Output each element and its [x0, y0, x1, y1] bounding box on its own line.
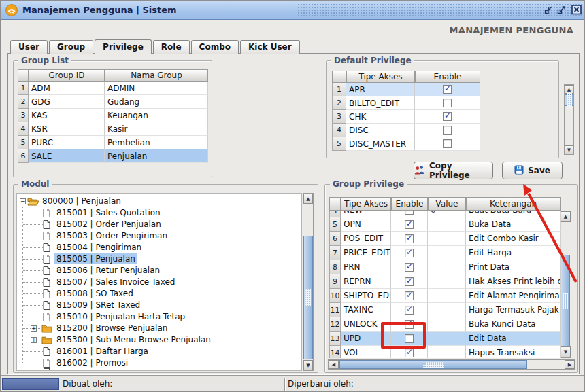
cell-keterangan[interactable]: Hak Akses Print lebih da: [466, 274, 561, 289]
cell-value[interactable]: 0: [428, 211, 466, 217]
cell-group-id[interactable]: GDG: [29, 95, 105, 109]
cell-enable[interactable]: ✓: [391, 260, 428, 274]
group-list-row[interactable]: 4KSRKasir: [18, 122, 208, 136]
tab-combo[interactable]: Combo: [191, 40, 239, 54]
tree-node-label[interactable]: 815007 | Sales Invoice Taxed: [54, 277, 177, 287]
cell-value[interactable]: [428, 317, 466, 332]
group-privilege-row[interactable]: 8PRN✓Print Data: [329, 260, 561, 274]
cell-group-id[interactable]: ADM: [29, 82, 105, 95]
scrollbar-thumb[interactable]: [303, 236, 313, 359]
cell-enable[interactable]: ✓: [391, 217, 428, 232]
scroll-left-icon[interactable]: ◀: [329, 360, 339, 369]
tree-node[interactable]: 815005 | Penjualan: [17, 253, 301, 265]
default-privilege-row[interactable]: 1APR✓: [332, 83, 480, 96]
tree-node[interactable]: +815300 | Sub Menu Browse Penjualan: [17, 334, 301, 346]
checkbox[interactable]: ✓: [405, 291, 414, 300]
default-privilege-scrollbar[interactable]: ▲ ▼: [564, 84, 574, 155]
cell-nama-group[interactable]: ADMIN: [105, 82, 208, 95]
checkbox[interactable]: [443, 126, 452, 135]
tree-node[interactable]: 815009 | SRet Taxed: [17, 300, 301, 311]
tree-node-label[interactable]: 815300 | Sub Menu Browse Penjualan: [54, 334, 213, 345]
cell-nama-group[interactable]: Pembelian: [105, 136, 208, 149]
cell-tipe-akses[interactable]: POS_EDIT: [341, 232, 391, 246]
cell-keterangan[interactable]: Print Data: [466, 260, 561, 274]
column-header-tipe-akses[interactable]: Tipe Akses: [341, 197, 391, 211]
cell-group-id[interactable]: KSR: [29, 122, 105, 136]
cell-tipe-akses[interactable]: CHK: [346, 110, 415, 124]
checkbox[interactable]: ✓: [405, 306, 414, 315]
cell-tipe-akses[interactable]: SHIPTO_EDI: [341, 289, 391, 303]
checkbox[interactable]: ✓: [405, 249, 414, 257]
default-privilege-row[interactable]: 3CHK✓: [332, 110, 480, 124]
cell-enable[interactable]: [415, 137, 480, 151]
group-privilege-row[interactable]: 5OPN✓Buka Data: [329, 217, 561, 232]
tree-node[interactable]: 815008 | SO Taxed: [17, 288, 301, 300]
group-privilege-row[interactable]: 10SHIPTO_EDI✓Edit Alamat Pengiriman: [329, 289, 561, 303]
cell-enable[interactable]: ✓: [391, 232, 428, 246]
cell-enable[interactable]: ✓: [391, 246, 428, 260]
cell-enable[interactable]: ✓: [391, 211, 428, 217]
group-list-row[interactable]: 6SALEPenjualan: [18, 149, 208, 163]
tree-node[interactable]: 815003 | Order Pengiriman: [17, 230, 301, 242]
group-list-row[interactable]: 2GDGGudang: [18, 95, 208, 109]
cell-tipe-akses[interactable]: DISC_MASTER: [346, 137, 415, 151]
cell-value[interactable]: [428, 346, 466, 358]
group-privilege-row[interactable]: 12UNLOCK✓Buka Kunci Data: [329, 317, 561, 332]
group-privilege-row[interactable]: 9REPRN✓Hak Akses Print lebih da: [329, 274, 561, 289]
cell-enable[interactable]: ✓: [391, 303, 428, 317]
group-privilege-row[interactable]: 4NEW✓0Buat Data Baru: [329, 211, 561, 217]
group-privilege-row[interactable]: 7PRICE_EDIT✓Edit Harga: [329, 246, 561, 260]
group-privilege-row[interactable]: 6POS_EDIT✓Edit Combo Kasir: [329, 232, 561, 246]
tree-node-label[interactable]: 816001 | Daftar Harga: [54, 346, 150, 357]
scroll-down-icon[interactable]: ▼: [561, 346, 571, 357]
tree-node-label[interactable]: 815010 | Penjualan Harta Tetap: [54, 311, 187, 322]
default-privilege-row[interactable]: 5DISC_MASTER: [332, 137, 480, 151]
tab-privilege[interactable]: Privilege: [95, 39, 152, 54]
checkbox[interactable]: ✓: [405, 349, 414, 357]
scrollbar-thumb[interactable]: [565, 94, 573, 106]
column-header-enable[interactable]: Enable: [391, 197, 428, 211]
cell-enable[interactable]: ✓: [391, 289, 428, 303]
cell-keterangan[interactable]: Edit Combo Kasir: [466, 232, 561, 246]
cell-enable[interactable]: ✓: [415, 110, 480, 124]
checkbox[interactable]: ✓: [443, 112, 452, 121]
cell-tipe-akses[interactable]: PRN: [341, 260, 391, 274]
tree-node-label[interactable]: 815005 | Penjualan: [54, 253, 137, 264]
tree-node-label[interactable]: 815006 | Retur Penjualan: [54, 265, 162, 276]
cell-tipe-akses[interactable]: BILLTO_EDIT: [346, 96, 415, 110]
cell-enable[interactable]: ✓: [415, 83, 480, 96]
tree-node-label[interactable]: 815009 | SRet Taxed: [54, 300, 142, 310]
tree-node[interactable]: 815002 | Order Penjualan: [17, 219, 301, 230]
checkbox[interactable]: ✓: [405, 211, 414, 215]
collapse-icon[interactable]: −: [20, 198, 26, 204]
cell-value[interactable]: [428, 332, 466, 346]
cell-keterangan[interactable]: Edit Harga: [466, 246, 561, 260]
checkbox[interactable]: ✓: [405, 277, 414, 286]
group-privilege-vscrollbar[interactable]: ▲ ▼: [561, 211, 571, 358]
column-header-keterangan[interactable]: Keterangan: [466, 197, 561, 211]
cell-tipe-akses[interactable]: OPN: [341, 217, 391, 232]
group-privilege-row[interactable]: 11TAXINC✓Harga Termasuk Pajak: [329, 303, 561, 317]
scrollbar-thumb[interactable]: [339, 360, 527, 369]
cell-nama-group[interactable]: Keuangan: [105, 109, 208, 122]
tree-node[interactable]: 815001 | Sales Quotation: [17, 207, 301, 219]
module-tree-scrollbar[interactable]: ▲ ▼: [303, 193, 314, 371]
scroll-up-icon[interactable]: ▲: [303, 194, 313, 204]
default-privilege-row[interactable]: 4DISC: [332, 124, 480, 137]
tree-node[interactable]: −800000 | Penjualan: [17, 196, 301, 207]
scroll-right-icon[interactable]: ▶: [565, 360, 575, 369]
cell-keterangan[interactable]: Hapus Transaksi: [466, 346, 561, 358]
cell-value[interactable]: [428, 246, 466, 260]
group-list-row[interactable]: 1ADMADMIN: [18, 82, 208, 95]
scroll-up-icon[interactable]: ▲: [561, 211, 571, 222]
cell-tipe-akses[interactable]: TAXINC: [341, 303, 391, 317]
checkbox[interactable]: ✓: [405, 220, 414, 229]
cell-tipe-akses[interactable]: REPRN: [341, 274, 391, 289]
save-button[interactable]: Save: [502, 162, 563, 179]
cell-nama-group[interactable]: Penjualan: [105, 149, 208, 163]
cell-group-id[interactable]: PURC: [29, 136, 105, 149]
cell-group-id[interactable]: SALE: [29, 149, 105, 163]
cell-value[interactable]: [428, 260, 466, 274]
column-header-nama-group[interactable]: Nama Group: [105, 69, 208, 82]
cell-keterangan[interactable]: Buat Data Baru: [466, 211, 561, 217]
